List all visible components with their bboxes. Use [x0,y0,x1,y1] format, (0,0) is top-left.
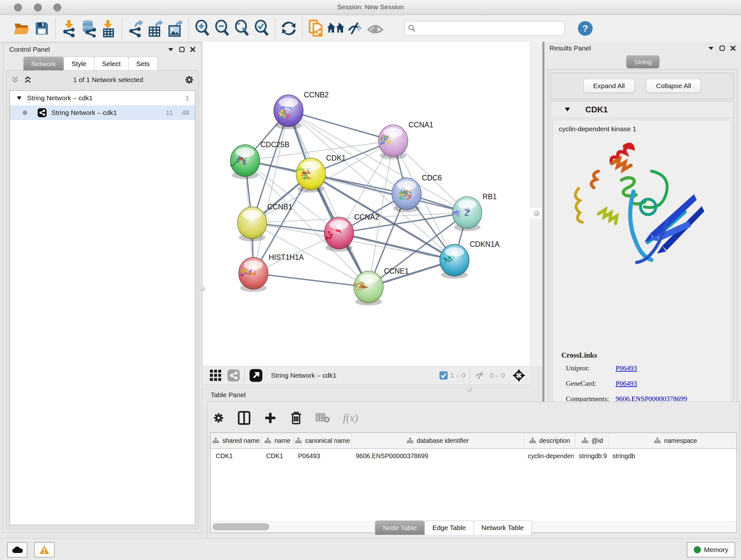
duplicate-network-button[interactable] [306,18,326,38]
selected-nodes-checkbox-icon[interactable] [439,371,448,380]
node-CCNB2[interactable]: CCNB2 [274,91,329,129]
cloud-status-button[interactable] [7,542,27,557]
crosslink-value-link[interactable]: P06493 [616,364,637,372]
delete-table-icon[interactable] [316,413,330,423]
edge-CCNE1-HIST1H1A[interactable] [253,273,368,287]
edge-CCNB2-CCNA1[interactable] [288,111,393,141]
table-cell[interactable]: CDK1 [211,452,261,460]
column-header-name[interactable]: name [261,433,293,448]
control-panel: Control Panel NetworkStyleSelectSets 1 o… [3,43,202,533]
tab-select[interactable]: Select [94,57,129,71]
show-graphics-button[interactable] [365,18,385,38]
add-column-icon[interactable] [264,412,277,424]
tab-node-table[interactable]: Node Table [375,520,425,535]
open-in-new-window-icon[interactable] [249,369,263,382]
section-collapse-arrow-icon[interactable] [565,108,570,111]
node-CDC6[interactable]: CDC6 [392,174,442,212]
column-type-icon [264,437,271,444]
table-cell[interactable]: CDK1 [261,452,293,460]
node-CDKN1A[interactable]: CDKN1A [440,240,500,279]
table-splitter-handle[interactable] [466,387,472,392]
show-columns-icon[interactable] [238,411,251,425]
collapse-all-icon[interactable] [11,76,19,84]
refresh-view-button[interactable] [279,18,299,38]
node-label-CCNB1: CCNB1 [267,203,292,211]
export-table-button[interactable] [145,18,165,38]
main-toolbar: ? [0,15,741,42]
search-input[interactable] [416,24,551,33]
float-panel-icon[interactable] [708,46,714,50]
grid-view-icon[interactable] [209,369,222,382]
collapse-all-button[interactable]: Collapse All [646,79,701,93]
table-cell[interactable]: stringdb [607,452,737,460]
export-network-button[interactable] [126,18,145,38]
node-HIST1H1A[interactable]: HIST1H1A [239,253,304,292]
tab-sets[interactable]: Sets [128,57,158,71]
table-cell[interactable]: P06493 [293,452,351,460]
column-header-@id[interactable]: @id [576,433,609,448]
zoom-selected-button[interactable] [252,18,272,38]
network-row-selected[interactable]: String Network – cdk1 11 48 [10,105,195,120]
export-image-button[interactable] [165,18,185,38]
close-panel-icon[interactable] [730,45,736,51]
expand-all-button[interactable]: Expand All [583,79,635,93]
node-CCNA2[interactable]: CCNA2 [324,213,379,252]
zoom-fit-button[interactable] [232,18,252,38]
tab-edge-table[interactable]: Edge Table [424,520,474,535]
network-options-gear-icon[interactable] [185,75,194,84]
column-header-database-identifier[interactable]: database identifier [352,433,524,448]
network-view-icon[interactable] [227,369,240,382]
node-table[interactable]: shared namenamecanonical namedatabase id… [210,433,737,522]
tab-network-table[interactable]: Network Table [474,520,532,535]
node-CDC25B[interactable]: CDC25B [230,140,289,179]
network-tab-body: 1 of 1 Network selected String Network –… [6,70,199,530]
node-CDK1[interactable]: CDK1 [296,154,346,192]
open-session-button[interactable] [12,18,32,38]
zoom-out-button[interactable] [212,18,232,38]
zoom-in-button[interactable] [192,18,212,38]
results-splitter-handle[interactable] [530,207,542,219]
float-panel-icon[interactable] [167,48,174,51]
crosslink-value-link[interactable]: P06493 [616,379,637,388]
edge-CCNB2-HIST1H1A[interactable] [253,111,288,273]
import-network-file-button[interactable] [59,18,79,38]
column-header-shared-name[interactable]: shared name [211,433,261,448]
hide-graphics-button[interactable] [346,18,365,38]
scrollbar-thumb[interactable] [212,523,269,530]
table-row[interactable]: CDK1CDK1P064939606.ENSP00000378699cyclin… [211,449,737,463]
close-panel-icon[interactable] [190,47,196,52]
node-CCNB1[interactable]: CCNB1 [238,203,292,241]
toolbar-search-field[interactable] [404,21,564,36]
collection-expand-arrow-icon[interactable] [17,97,21,100]
column-header-canonical-name[interactable]: canonical name [293,433,352,448]
node-RB1[interactable]: RB1 [453,192,497,231]
table-cell[interactable]: stringdb:9... [574,452,607,460]
column-header-description[interactable]: description [524,433,576,448]
table-cell[interactable]: cyclin-dependent ... [523,452,574,460]
string-network-graph[interactable]: CCNB2CCNA1CDC25BCDK1CDC6RB1CCNB1CCNA2CDK… [203,42,530,366]
control-splitter-handle[interactable] [200,286,205,292]
column-header-namespace[interactable]: namespace [609,433,737,448]
tab-style[interactable]: Style [64,57,94,71]
memory-button[interactable]: Memory [687,542,735,557]
tab-string[interactable]: String [626,55,660,68]
tab-network[interactable]: Network [23,57,64,71]
expand-all-icon[interactable] [23,76,32,84]
maximize-panel-icon[interactable] [719,45,725,51]
gene-section-header[interactable]: CDK1 [551,101,733,118]
warnings-button[interactable] [34,542,55,557]
birds-eye-view-icon[interactable] [512,368,526,382]
import-network-database-button[interactable] [79,18,98,38]
gene-name: CDK1 [585,105,608,115]
help-button[interactable]: ? [578,21,593,36]
network-collection-row[interactable]: String Network – cdk1 1 [10,91,195,105]
import-table-file-button[interactable] [98,18,118,38]
node-CCNE1[interactable]: CCNE1 [354,267,409,306]
network-canvas[interactable]: CCNB2CCNA1CDC25BCDK1CDC6RB1CCNB1CCNA2CDK… [203,42,530,366]
save-session-button[interactable] [32,18,52,38]
table-cell[interactable]: 9606.ENSP00000378699 [351,452,523,460]
table-settings-gear-icon[interactable] [213,412,224,424]
maximize-panel-icon[interactable] [179,47,185,52]
delete-column-icon[interactable] [290,411,302,425]
first-neighbors-button[interactable] [326,18,346,38]
